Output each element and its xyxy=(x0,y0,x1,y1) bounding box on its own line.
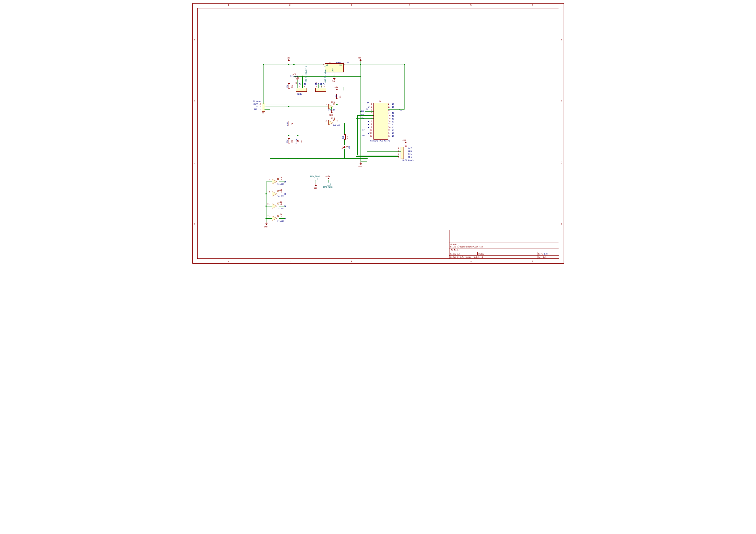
net-a7: A7 xyxy=(363,129,365,131)
row-d-l: D xyxy=(194,223,195,225)
j4-p23: 23 xyxy=(388,106,391,108)
j7-body xyxy=(401,147,404,159)
j4-p13: 13 xyxy=(388,135,391,137)
id-label: Id: 1/1 xyxy=(537,256,559,259)
r1-ref: R1 xyxy=(291,85,293,88)
j1-p3: 3 xyxy=(260,103,261,105)
plus5v-r5-icon xyxy=(336,89,338,90)
net-a9: A9 xyxy=(363,134,365,137)
j2-value: RXB6 xyxy=(297,93,302,95)
date-label: Date: xyxy=(477,252,537,256)
j4-p19: 19 xyxy=(388,117,391,119)
j7-p2: 2 xyxy=(398,150,399,152)
j4-p21: 21 xyxy=(388,112,391,114)
col-3-bot: 3 xyxy=(351,260,352,263)
u1-vi: VI xyxy=(326,64,328,66)
u2a-in: 2 xyxy=(326,103,327,106)
r5-value: 10K xyxy=(335,95,337,98)
u2e-out: 10 xyxy=(280,203,282,205)
u2f-value: 74LS07 xyxy=(278,220,284,222)
pwrflag2-label: PWR_FLAG xyxy=(323,186,333,188)
j4-p3: 3 xyxy=(371,109,372,111)
pwrflag1-label: PWR_FLAG xyxy=(310,175,320,177)
plus5v-j7-label: +5V xyxy=(403,139,406,141)
rev-label: Rev: xyxy=(538,253,543,255)
r3-ref: R3 xyxy=(291,140,293,142)
row-d-r: D xyxy=(561,223,562,225)
u2d-in: 9 xyxy=(269,191,270,193)
gnd-u1-label: GND xyxy=(332,80,336,82)
gnd-u2-label: GND xyxy=(264,225,268,228)
sheet-label: Sheet: / xyxy=(450,243,460,245)
u2b-value: 74LS07 xyxy=(333,124,340,126)
j7-title: OLED Conn. xyxy=(403,159,414,161)
r3-value: 27K xyxy=(286,140,288,143)
j4-p11: 11 xyxy=(370,132,372,134)
col-6-bot: 6 xyxy=(532,260,533,263)
u1-value: LM7805_TO220 xyxy=(335,62,349,64)
r2-ref: R2 xyxy=(291,123,293,125)
d1-value: 5.1V xyxy=(295,139,297,143)
j4-p8: 8 xyxy=(371,123,372,125)
j7-p1: 1 xyxy=(398,147,399,149)
j2-title: 433 Receiver 1 xyxy=(304,66,307,83)
r2-value: 68K xyxy=(286,122,288,126)
d2-ref: D2 xyxy=(341,146,343,149)
nc-j2-2 xyxy=(299,83,301,85)
j6-body xyxy=(315,88,326,92)
u2d-out: 8 xyxy=(281,191,282,193)
file-label: File: ArduinoRemotePilot.sch xyxy=(450,245,483,248)
col-5-bot: 5 xyxy=(471,260,472,263)
j1-ref: J1 xyxy=(262,112,264,114)
title-label: Title: xyxy=(449,248,559,252)
u2c-in: 5 xyxy=(269,178,270,181)
j1-title: ST Conn. xyxy=(253,100,262,102)
j4-body xyxy=(373,103,388,140)
col-6-top: 6 xyxy=(532,4,533,7)
row-b-l: B xyxy=(194,100,195,103)
gnd-u2a-label: GND xyxy=(330,114,333,116)
generator: KiCad E.D.A. kicad (5.1.5)-3 xyxy=(449,256,537,259)
col-2-top: 2 xyxy=(289,4,291,7)
d2-value: LED xyxy=(347,146,350,149)
col-4-top: 4 xyxy=(409,4,410,7)
j4-ref: J4 xyxy=(379,100,381,102)
row-c-l: C xyxy=(194,162,195,164)
j4-p24: 24 xyxy=(388,103,391,105)
plus5v-j7-icon xyxy=(405,141,407,143)
row-c-r: C xyxy=(561,162,562,164)
j6-title: 433 Receiver 2 xyxy=(324,66,326,83)
j1-p2: 2 xyxy=(260,105,261,108)
j4-p16: 16 xyxy=(388,126,391,128)
u1-gnd: GND xyxy=(331,68,333,72)
net-tx: TX xyxy=(367,101,369,104)
nc-j2-4 xyxy=(304,83,306,85)
j4-p20: 20 xyxy=(388,114,391,116)
j4-p18: 18 xyxy=(388,120,391,122)
r4-value: 270 xyxy=(341,136,344,139)
col-4-bot: 4 xyxy=(409,260,410,263)
plus12v-pf-icon xyxy=(328,178,330,179)
u2c-out: 6 xyxy=(281,178,282,181)
schematic-canvas: 1 2 3 4 5 6 1 2 3 4 5 6 A B C D A B C D … xyxy=(189,0,567,267)
j4-p15: 15 xyxy=(388,129,391,131)
u2b-out: 4 xyxy=(337,119,338,122)
u1-vo: VO xyxy=(339,64,342,66)
u2a-ref: U2A xyxy=(332,101,335,103)
r1-value: 10K xyxy=(286,85,288,88)
u2b-ref: U2B xyxy=(332,117,335,119)
col-5-top: 5 xyxy=(471,4,472,7)
j4-p4: 4 xyxy=(371,112,372,114)
j4-title: Arduino Pio Micro xyxy=(370,140,390,142)
r4-ref: R4 xyxy=(346,136,349,139)
j7-vcc: VCC xyxy=(408,147,412,149)
col-1-bot: 1 xyxy=(228,260,229,263)
net-rx: RX xyxy=(366,108,368,110)
j1-gnd: GND xyxy=(254,108,257,110)
row-a-l: A xyxy=(194,39,195,41)
u2f-in: 13 xyxy=(267,215,270,217)
plus12v-label: +12V xyxy=(285,57,290,59)
col-3-top: 3 xyxy=(351,4,352,7)
gnd-main-label: GND xyxy=(359,165,362,168)
j4-p17: 17 xyxy=(388,123,391,125)
